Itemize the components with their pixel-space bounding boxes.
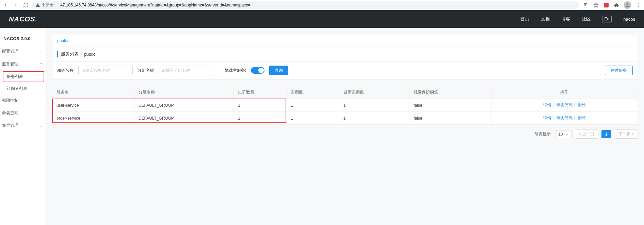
cell-ops: 详情| 示例代码| 删除 bbox=[491, 112, 638, 125]
extension-red-icon[interactable] bbox=[603, 2, 609, 8]
chrome-right bbox=[583, 1, 641, 9]
logo-dot: . bbox=[35, 15, 37, 23]
pager-prev[interactable]: < 上一页 bbox=[575, 129, 598, 139]
nav-docs[interactable]: 文档 bbox=[541, 16, 550, 22]
cell-threshold: false bbox=[409, 112, 492, 125]
app-topbar: NACOS. 首页 文档 博客 社区 En nacos bbox=[0, 10, 644, 28]
extensions-icon[interactable] bbox=[613, 2, 619, 8]
pagination: 每页显示: 10 ⌄ < 上一页 1 下一页 > bbox=[52, 129, 638, 139]
th-clusters: 集群数目 bbox=[234, 86, 287, 99]
cell-instances: 1 bbox=[286, 112, 339, 125]
star-icon[interactable] bbox=[593, 2, 599, 8]
sidebar-item-config-mgmt[interactable]: 配置管理 ⌄ bbox=[0, 45, 46, 58]
nav-user[interactable]: nacos bbox=[623, 17, 635, 22]
back-icon[interactable] bbox=[3, 2, 8, 8]
logo: NACOS. bbox=[9, 15, 37, 23]
th-name: 服务名 bbox=[52, 86, 134, 99]
th-instances: 实例数 bbox=[286, 86, 339, 99]
browser-nav bbox=[3, 2, 29, 8]
table-header-row: 服务名 分组名称 集群数目 实例数 健康实例数 触发保护阈值 操作 bbox=[52, 86, 638, 99]
cell-name: user-service bbox=[52, 99, 134, 112]
sidebar-item-namespace[interactable]: 命名空间 bbox=[0, 107, 46, 119]
top-nav: 首页 文档 博客 社区 En nacos bbox=[520, 16, 635, 22]
service-name-input[interactable] bbox=[78, 66, 133, 75]
op-delete[interactable]: 删除 bbox=[578, 116, 586, 120]
reload-icon[interactable] bbox=[23, 2, 29, 8]
sidebar-item-service-list[interactable]: 服务列表 bbox=[3, 71, 44, 82]
per-page-label: 每页显示: bbox=[534, 131, 552, 137]
nav-home[interactable]: 首页 bbox=[520, 16, 529, 22]
filter-row: 服务名称 分组名称 隐藏空服务: 查询 创建服务 bbox=[52, 62, 638, 80]
namespace-tab-public[interactable]: public bbox=[57, 38, 68, 43]
per-page-value: 10 bbox=[558, 132, 563, 137]
sidebar-item-cluster[interactable]: 集群管理 ⌄ bbox=[0, 119, 46, 132]
sidebar-item-service-mgmt[interactable]: 服务管理 ⌃ bbox=[0, 58, 46, 70]
sidebar: NACOS 2.0.0 配置管理 ⌄ 服务管理 ⌃ 服务列表 订阅者列表 权限控… bbox=[0, 28, 46, 225]
sidebar-label: 权限控制 bbox=[2, 98, 18, 103]
th-group: 分组名称 bbox=[134, 86, 234, 99]
profile-avatar-icon[interactable] bbox=[624, 1, 631, 9]
chevron-down-icon: ⌄ bbox=[566, 132, 568, 136]
svg-point-1 bbox=[638, 3, 639, 4]
pager-page-1[interactable]: 1 bbox=[601, 130, 611, 138]
nav-blog[interactable]: 博客 bbox=[561, 16, 570, 22]
services-table: 服务名 分组名称 集群数目 实例数 健康实例数 触发保护阈值 操作 user-s… bbox=[52, 86, 638, 125]
cell-clusters: 1 bbox=[234, 112, 287, 125]
op-delete[interactable]: 删除 bbox=[578, 103, 586, 107]
svg-point-2 bbox=[638, 4, 639, 5]
title-accent-bar bbox=[57, 51, 58, 57]
svg-point-3 bbox=[638, 6, 639, 6]
create-service-button[interactable]: 创建服务 bbox=[605, 66, 633, 75]
sidebar-label: 订阅者列表 bbox=[7, 86, 27, 91]
cell-name: order-service bbox=[52, 112, 134, 125]
page-title-text: 服务列表 bbox=[61, 51, 79, 57]
sidebar-item-auth[interactable]: 权限控制 ⌄ bbox=[0, 94, 46, 107]
table-container: 服务名 分组名称 集群数目 实例数 健康实例数 触发保护阈值 操作 user-s… bbox=[52, 86, 638, 125]
th-ops: 操作 bbox=[491, 86, 638, 99]
chevron-down-icon: ⌄ bbox=[39, 124, 42, 127]
nav-community[interactable]: 社区 bbox=[582, 16, 591, 22]
chevron-up-icon: ⌃ bbox=[39, 62, 42, 66]
logo-text: NACOS bbox=[9, 15, 35, 23]
table-row: user-service DEFAULT_GROUP 1 1 1 false 详… bbox=[52, 99, 638, 112]
sidebar-label: 配置管理 bbox=[2, 49, 18, 54]
lang-toggle[interactable]: En bbox=[602, 16, 612, 22]
cell-healthy: 1 bbox=[339, 112, 409, 125]
forward-icon[interactable] bbox=[13, 2, 18, 8]
search-button[interactable]: 查询 bbox=[269, 66, 288, 75]
cell-clusters: 1 bbox=[234, 99, 287, 112]
op-detail[interactable]: 详情 bbox=[543, 103, 551, 107]
kebab-icon[interactable] bbox=[635, 2, 641, 8]
address-bar[interactable]: 不安全 | 47.105.146.74:8848/nacos/#/service… bbox=[32, 1, 579, 9]
cell-group: DEFAULT_GROUP bbox=[134, 112, 234, 125]
op-detail[interactable]: 详情 bbox=[543, 116, 551, 120]
per-page-select[interactable]: 10 ⌄ bbox=[555, 130, 571, 138]
translate-icon[interactable] bbox=[583, 2, 589, 8]
th-healthy: 健康实例数 bbox=[339, 86, 409, 99]
cell-healthy: 1 bbox=[339, 99, 409, 112]
sidebar-label: 服务列表 bbox=[7, 74, 23, 79]
group-name-input[interactable] bbox=[159, 66, 213, 75]
insecure-badge: 不安全 bbox=[35, 2, 54, 8]
th-threshold: 触发保护阈值 bbox=[409, 86, 492, 99]
sidebar-title: NACOS 2.0.0 bbox=[0, 30, 46, 45]
sidebar-item-subscriber-list[interactable]: 订阅者列表 bbox=[0, 83, 46, 94]
service-name-label: 服务名称 bbox=[57, 68, 74, 73]
insecure-label: 不安全 bbox=[42, 2, 54, 8]
cell-instances: 1 bbox=[286, 99, 339, 112]
op-sample[interactable]: 示例代码 bbox=[556, 103, 573, 107]
browser-chrome: 不安全 | 47.105.146.74:8848/nacos/#/service… bbox=[0, 0, 644, 10]
op-sample[interactable]: 示例代码 bbox=[556, 116, 573, 120]
sidebar-label: 集群管理 bbox=[2, 123, 18, 128]
table-row: order-service DEFAULT_GROUP 1 1 1 false … bbox=[52, 112, 638, 125]
hide-empty-label: 隐藏空服务: bbox=[225, 68, 246, 73]
page-title: 服务列表 | public bbox=[52, 47, 638, 62]
content-area: public 服务列表 | public 服务名称 分组名称 隐藏空服务: 查询… bbox=[46, 28, 644, 225]
pager-next[interactable]: 下一页 > bbox=[615, 129, 638, 139]
chevron-down-icon: ⌄ bbox=[39, 50, 42, 53]
sidebar-label: 命名空间 bbox=[2, 110, 18, 116]
hide-empty-toggle[interactable] bbox=[251, 67, 264, 74]
url-text: 47.105.146.74:8848/nacos/#/serviceManage… bbox=[60, 3, 251, 7]
cell-ops: 详情| 示例代码| 删除 bbox=[491, 99, 638, 112]
chevron-down-icon: ⌄ bbox=[39, 99, 42, 102]
